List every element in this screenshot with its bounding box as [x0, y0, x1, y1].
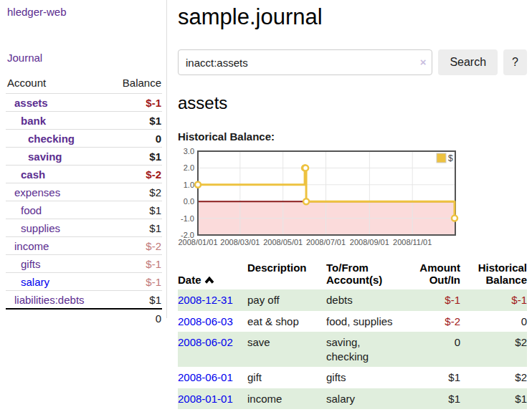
search-form: × Search ? [178, 49, 527, 75]
txn-accounts: salary [326, 388, 411, 410]
txn-date-link[interactable]: 2008-06-02 [178, 336, 233, 348]
account-row: cash $-2 [6, 166, 162, 183]
account-row: income $-2 [6, 237, 162, 255]
account-balance: $-1 [84, 94, 162, 112]
transaction-row: 2008-06-02 save saving, checking 0 $2 [178, 332, 527, 367]
account-link-assets[interactable]: assets [14, 97, 48, 109]
accounts-table: Account Balance assets $-1 bank $1 check… [6, 75, 162, 327]
account-link-saving[interactable]: saving [28, 150, 62, 163]
legend-swatch [437, 153, 446, 163]
description-column-header: Description [247, 262, 326, 289]
balance-column-header: Historical Balance [460, 262, 527, 289]
svg-text:2008/09/01: 2008/09/01 [350, 238, 389, 246]
account-link-cash[interactable]: cash [21, 168, 45, 181]
account-balance: $1 [84, 201, 162, 219]
account-balance: $2 [84, 183, 162, 201]
account-balance: $1 [84, 219, 162, 237]
svg-text:2008/05/01: 2008/05/01 [263, 238, 303, 246]
balance-column-header: Balance [84, 75, 162, 94]
txn-description: pay off [247, 289, 326, 311]
txn-balance: $2 [460, 367, 527, 388]
account-row: supplies $1 [6, 219, 162, 237]
register-table: Date Description To/From Account(s) Amou… [178, 262, 527, 409]
account-row: assets $-1 [6, 94, 162, 112]
app-brand-link[interactable]: hledger-web [7, 6, 166, 18]
accounts-table-header: Account Balance [6, 75, 162, 94]
txn-date-link[interactable]: 2008-12-31 [178, 294, 233, 306]
accounts-total-balance: 0 [84, 309, 162, 327]
account-balance: $-1 [84, 255, 162, 273]
transaction-row: 2008-06-03 eat & shop food, supplies $-2… [178, 311, 527, 332]
txn-amount: $1 [411, 388, 460, 410]
sort-ascending-icon [204, 277, 214, 284]
txn-balance: 0 [460, 311, 527, 332]
svg-text:-2.0: -2.0 [181, 231, 194, 239]
date-column-header[interactable]: Date [178, 262, 247, 289]
account-link-bank[interactable]: bank [21, 115, 46, 127]
account-row: checking 0 [6, 130, 162, 148]
account-balance: 0 [84, 130, 162, 148]
svg-text:0.0: 0.0 [184, 197, 194, 206]
sidebar-item-journal[interactable]: Journal [7, 52, 166, 64]
txn-description: gift [247, 367, 326, 388]
account-row: liabilities:debts $1 [6, 291, 162, 310]
page-title: sample.journal [178, 4, 527, 30]
account-row: saving $1 [6, 148, 162, 166]
accounts-column-header: To/From Account(s) [326, 262, 411, 289]
svg-text:2008/11/01: 2008/11/01 [393, 238, 432, 246]
txn-balance: $-1 [460, 289, 527, 311]
txn-balance: $1 [460, 388, 527, 410]
account-row: expenses $2 [6, 183, 162, 201]
account-link-liabilities-debts[interactable]: liabilities:debts [14, 294, 85, 306]
legend-label: $ [448, 153, 453, 163]
account-balance: $-1 [84, 273, 162, 291]
account-link-supplies[interactable]: supplies [21, 222, 60, 234]
amount-column-header: Amount Out/In [411, 262, 460, 289]
account-heading: assets [178, 93, 527, 113]
help-button[interactable]: ? [503, 49, 527, 75]
account-link-income[interactable]: income [14, 240, 49, 252]
account-balance: $1 [84, 148, 162, 166]
txn-accounts: food, supplies [326, 311, 411, 332]
svg-text:-1.0: -1.0 [181, 214, 194, 223]
txn-amount: $1 [411, 367, 460, 388]
account-link-checking[interactable]: checking [28, 133, 75, 145]
search-button[interactable]: Search [438, 49, 498, 75]
svg-text:2.0: 2.0 [184, 163, 194, 172]
clear-search-icon[interactable]: × [420, 56, 427, 69]
txn-description: eat & shop [247, 311, 326, 332]
balance-chart[interactable]: 2008/01/012008/03/012008/05/012008/07/01… [178, 147, 459, 250]
account-balance: $-2 [84, 237, 162, 255]
txn-accounts: saving, checking [326, 332, 411, 367]
account-link-salary[interactable]: salary [21, 276, 49, 288]
txn-amount: $-1 [411, 289, 460, 311]
account-link-food[interactable]: food [21, 204, 42, 216]
search-input[interactable] [178, 49, 432, 75]
account-balance: $1 [84, 112, 162, 130]
svg-text:1.0: 1.0 [184, 181, 194, 189]
accounts-total-row: 0 [6, 309, 162, 327]
svg-text:2008/03/01: 2008/03/01 [220, 238, 260, 246]
account-column-header: Account [6, 75, 84, 94]
txn-date-link[interactable]: 2008-01-01 [178, 393, 233, 405]
txn-description: income [247, 388, 326, 410]
txn-accounts: gifts [326, 367, 411, 388]
txn-description: save [247, 332, 326, 367]
txn-amount: $-2 [411, 311, 460, 332]
txn-date-link[interactable]: 2008-06-03 [178, 315, 233, 327]
account-row: bank $1 [6, 112, 162, 130]
transaction-row: 2008-12-31 pay off debts $-1 $-1 [178, 289, 527, 311]
account-link-expenses[interactable]: expenses [14, 186, 60, 198]
svg-text:2008/07/01: 2008/07/01 [306, 238, 346, 246]
account-link-gifts[interactable]: gifts [21, 258, 41, 270]
txn-balance: $2 [460, 332, 527, 367]
txn-date-link[interactable]: 2008-06-01 [178, 371, 233, 383]
svg-text:3.0: 3.0 [184, 147, 194, 155]
chart-title: Historical Balance: [178, 130, 527, 143]
txn-accounts: debts [326, 289, 411, 311]
account-row: food $1 [6, 201, 162, 219]
sidebar: hledger-web Journal Account Balance asse… [0, 0, 167, 318]
register-header-row: Date Description To/From Account(s) Amou… [178, 262, 527, 289]
account-row: gifts $-1 [6, 255, 162, 273]
transaction-row: 2008-06-01 gift gifts $1 $2 [178, 367, 527, 388]
